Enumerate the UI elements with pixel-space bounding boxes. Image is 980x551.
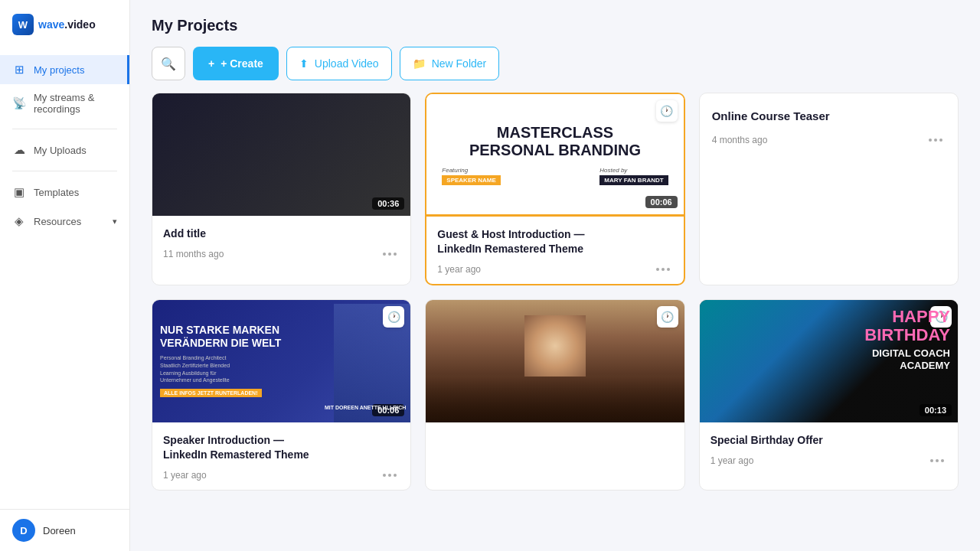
card-meta: 1 year ago — [163, 470, 400, 481]
speaker-text: NUR STARKE MARKENVERÄNDERN DIE WELT Pers… — [152, 316, 410, 406]
sidebar-user[interactable]: D Doreen — [0, 509, 129, 551]
sidebar: W wave.video ⊞ My projects 📡 My streams … — [0, 0, 130, 551]
card-title: Special Birthday Offer — [710, 433, 947, 448]
clock-icon-badge: 🕐 — [656, 100, 678, 122]
resources-icon: ◈ — [12, 214, 26, 228]
upload-icon: ⬆ — [299, 57, 309, 70]
card-body: Special Birthday Offer 1 year ago — [700, 422, 958, 475]
card-body: Speaker Introduction —LinkedIn Remastere… — [152, 422, 410, 490]
upload-label: Upload Video — [315, 57, 379, 70]
sidebar-item-label: My Uploads — [34, 145, 87, 156]
streams-icon: 📡 — [12, 96, 26, 110]
card-thumbnail: 🕐 — [426, 300, 684, 422]
project-card-woman[interactable]: 🕐 — [425, 299, 684, 491]
create-label: + Create — [220, 57, 263, 70]
sidebar-divider — [12, 129, 117, 129]
uploads-icon: ☁ — [12, 143, 26, 157]
project-card-birthday[interactable]: HAPPYBIRTHDAY DIGITAL COACHACADEMY 00:13… — [699, 299, 959, 491]
card-meta: 1 year ago — [710, 455, 947, 466]
card-meta: 11 months ago — [163, 249, 400, 259]
card-title: Speaker Introduction —LinkedIn Remastere… — [163, 433, 400, 462]
branding-title: MASTERCLASSPERSONAL BRANDING — [469, 124, 641, 159]
sidebar-item-label: My streams & recordings — [34, 92, 117, 115]
project-card-masterclass[interactable]: MASTERCLASSPERSONAL BRANDING Featuring S… — [425, 93, 684, 285]
card-thumbnail: NUR STARKE MARKENVERÄNDERN DIE WELT Pers… — [152, 300, 410, 422]
card-thumbnail: MASTERCLASSPERSONAL BRANDING Featuring S… — [426, 94, 683, 217]
card-body — [426, 422, 684, 465]
card-meta: 1 year ago — [437, 264, 672, 275]
projects-icon: ⊞ — [12, 63, 26, 77]
card-menu-button[interactable] — [380, 251, 400, 257]
branding-sub: Featuring SPEAKER NAME Hosted by MARY FA… — [436, 167, 674, 185]
fade-overlay — [426, 377, 684, 422]
sidebar-item-my-projects[interactable]: ⊞ My projects — [0, 55, 129, 84]
duration-badge: 00:13 — [920, 404, 952, 416]
card-body: Add title 11 months ago — [152, 216, 410, 269]
card-meta: 4 months ago — [712, 135, 946, 145]
card-thumbnail: 00:36 — [152, 93, 410, 216]
main-header: My Projects 🔍 + + Create ⬆ Upload Video … — [130, 0, 980, 93]
search-button[interactable]: 🔍 — [152, 47, 185, 80]
projects-grid: 00:36 Add title 11 months ago MASTERCLAS… — [130, 93, 980, 551]
speaker-credit: MIT DOREEN ANETTE ULLRICH — [325, 405, 406, 410]
logo: W wave.video — [0, 0, 129, 49]
sidebar-nav: ⊞ My projects 📡 My streams & recordings … — [0, 49, 129, 509]
create-button[interactable]: + + Create — [193, 47, 279, 80]
card-title: Online Course Teaser — [712, 109, 946, 124]
card-date: 1 year ago — [163, 470, 207, 481]
sidebar-item-templates[interactable]: ▣ Templates — [0, 178, 129, 207]
duration-badge: 00:36 — [372, 197, 404, 210]
avatar: D — [12, 519, 35, 542]
sidebar-item-my-streams[interactable]: 📡 My streams & recordings — [0, 84, 129, 122]
toolbar: 🔍 + + Create ⬆ Upload Video 📁 New Folder — [152, 47, 959, 80]
sidebar-item-label: Templates — [34, 187, 79, 198]
card-date: 4 months ago — [712, 135, 768, 145]
folder-icon: 📁 — [413, 57, 426, 70]
main-content: My Projects 🔍 + + Create ⬆ Upload Video … — [130, 0, 980, 551]
folder-label: New Folder — [432, 57, 487, 70]
card-body: Online Course Teaser 4 months ago — [712, 109, 946, 145]
card-date: 11 months ago — [163, 249, 224, 259]
card-menu-button[interactable] — [927, 458, 947, 464]
card-title: Add title — [163, 227, 400, 241]
card-menu-button[interactable] — [926, 137, 946, 143]
user-name: Doreen — [43, 525, 76, 536]
sidebar-item-label: My projects — [34, 64, 84, 76]
logo-icon: W — [12, 14, 34, 35]
project-card-speaker-intro[interactable]: NUR STARKE MARKENVERÄNDERN DIE WELT Pers… — [152, 299, 411, 491]
plus-icon: + — [208, 57, 214, 70]
grid: 00:36 Add title 11 months ago MASTERCLAS… — [152, 93, 959, 491]
card-date: 1 year ago — [710, 455, 754, 466]
card-title: Guest & Host Introduction —LinkedIn Rema… — [437, 227, 672, 256]
project-card-online-course[interactable]: Online Course Teaser 4 months ago — [699, 93, 959, 285]
card-thumbnail: HAPPYBIRTHDAY DIGITAL COACHACADEMY 00:13… — [700, 300, 958, 422]
logo-text: wave.video — [38, 18, 96, 31]
templates-icon: ▣ — [12, 185, 26, 199]
clock-icon-badge: 🕐 — [657, 306, 678, 328]
card-title — [436, 433, 673, 448]
new-folder-button[interactable]: 📁 New Folder — [400, 47, 500, 80]
card-menu-button[interactable] — [653, 266, 673, 272]
page-title: My Projects — [152, 17, 959, 34]
sidebar-divider-2 — [12, 171, 117, 171]
card-body: Guest & Host Introduction —LinkedIn Rema… — [426, 217, 683, 284]
face-shape — [524, 315, 586, 377]
duration-badge: 00:06 — [645, 196, 678, 208]
sidebar-item-resources[interactable]: ◈ Resources ▾ — [0, 207, 129, 236]
card-menu-button[interactable] — [380, 472, 400, 478]
chevron-down-icon: ▾ — [113, 217, 117, 227]
birthday-text-block: HAPPYBIRTHDAY DIGITAL COACHACADEMY — [707, 308, 950, 372]
sidebar-item-label: Resources — [34, 216, 81, 227]
sidebar-item-my-uploads[interactable]: ☁ My Uploads — [0, 135, 129, 165]
search-icon: 🔍 — [161, 57, 176, 71]
project-card-add-title[interactable]: 00:36 Add title 11 months ago — [152, 93, 411, 285]
upload-video-button[interactable]: ⬆ Upload Video — [286, 47, 392, 80]
card-date: 1 year ago — [437, 264, 481, 275]
